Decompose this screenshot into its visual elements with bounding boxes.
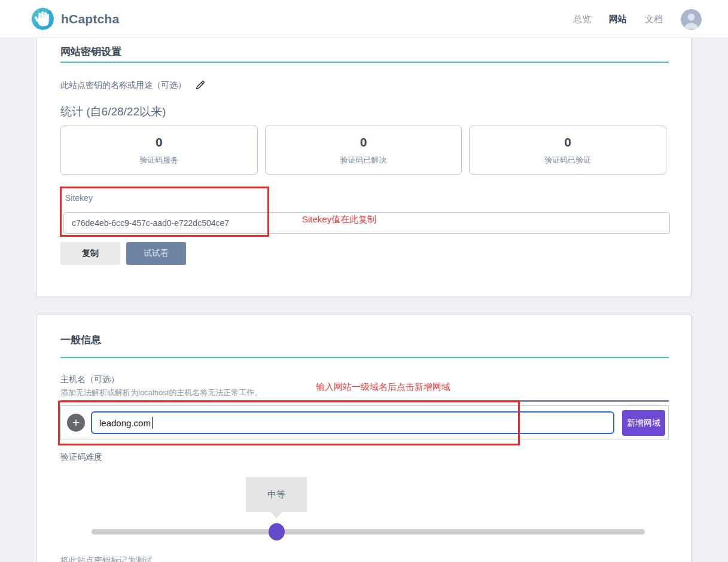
stat-label: 验证码已解决 [266, 155, 462, 166]
stat-card-solved: 0 验证码已解决 [265, 126, 462, 175]
title-underline [60, 357, 669, 358]
stat-card-verified: 0 验证码已验证 [469, 126, 666, 175]
general-info-card: 一般信息 主机名（可选） 添加无法解析或解析为localhost的主机名将无法正… [36, 314, 692, 562]
add-hostname-plus-icon[interactable]: + [67, 414, 85, 432]
title-underline [60, 62, 669, 63]
sitekey-input[interactable] [63, 212, 670, 234]
stat-card-served: 0 验证码服务 [60, 126, 258, 175]
sitekey-settings-card: 网站密钥设置 此站点密钥的名称或用途（可选） 统计 (自6/28/22以来) 0… [36, 38, 692, 297]
brand-text: hCaptcha [61, 12, 119, 26]
hostname-hint: 添加无法解析或解析为localhost的主机名将无法正常工作。 [60, 387, 262, 398]
sitekey-label: Sitekey [65, 193, 93, 203]
stat-value: 0 [470, 135, 666, 149]
stats-row: 0 验证码服务 0 验证码已解决 0 验证码已验证 [60, 126, 666, 175]
hostname-input[interactable]: leadong.com [91, 411, 614, 434]
sitekey-card-title: 网站密钥设置 [60, 45, 121, 59]
hostname-table-divider [60, 400, 669, 402]
nav-overview[interactable]: 总览 [573, 14, 591, 25]
sitekey-name-label: 此站点密钥的名称或用途（可选） [60, 80, 186, 91]
text-caret [152, 417, 153, 429]
edit-pencil-icon[interactable] [194, 80, 206, 91]
general-card-title: 一般信息 [60, 333, 101, 347]
hcaptcha-logo-icon [31, 7, 54, 30]
difficulty-tooltip: 中等 [246, 477, 307, 512]
brand-link[interactable]: hCaptcha [31, 7, 119, 30]
hostname-input-value: leadong.com [99, 418, 151, 428]
hcaptcha-dashboard-page: hCaptcha 总览 网站 文档 网站密钥设置 此站点密钥的名称或用途（可选）… [0, 0, 728, 562]
difficulty-label: 验证码难度 [60, 452, 102, 463]
difficulty-slider-thumb[interactable] [269, 523, 285, 540]
sitekey-name-row: 此站点密钥的名称或用途（可选） [60, 80, 206, 91]
clipped-bottom-text: 将此站点密钥标记为测试 [60, 555, 153, 562]
nav-links: 总览 网站 文档 [573, 0, 702, 38]
nav-docs[interactable]: 文档 [645, 14, 663, 25]
difficulty-tooltip-arrow [270, 512, 282, 518]
hostname-label: 主机名（可选） [60, 374, 119, 385]
user-avatar[interactable] [681, 9, 702, 30]
nav-sites[interactable]: 网站 [609, 14, 627, 25]
difficulty-slider-track[interactable] [92, 529, 645, 534]
copy-button[interactable]: 复制 [60, 242, 120, 265]
stat-label: 验证码服务 [61, 155, 257, 166]
add-domain-button[interactable]: 新增网域 [622, 410, 665, 436]
stat-value: 0 [61, 135, 257, 149]
try-button[interactable]: 试试看 [126, 242, 186, 265]
stat-label: 验证码已验证 [470, 155, 666, 166]
stats-heading: 统计 (自6/28/22以来) [60, 104, 166, 120]
hostname-row: + leadong.com 新增网域 [60, 405, 669, 439]
navbar: hCaptcha 总览 网站 文档 [0, 0, 728, 38]
stat-value: 0 [266, 135, 462, 149]
